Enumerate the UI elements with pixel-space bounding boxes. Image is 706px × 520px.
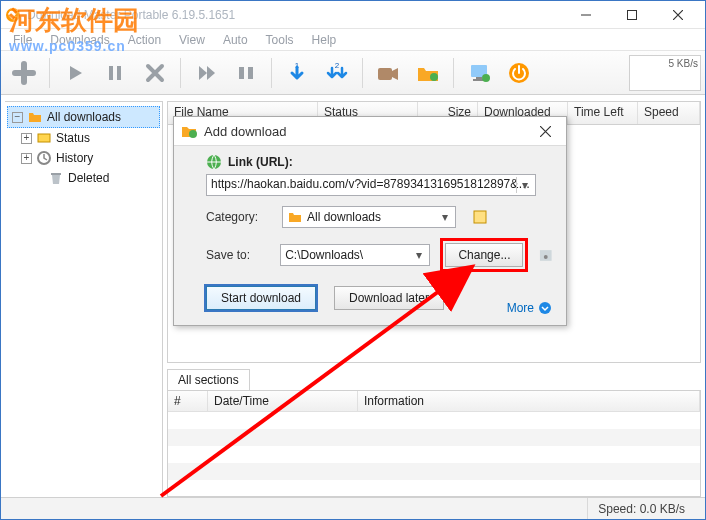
tab-all-sections[interactable]: All sections [167, 369, 250, 390]
app-window: 河东软件园 www.pc0359.cn Download Master Port… [0, 0, 706, 520]
tree-label: Status [56, 131, 90, 145]
tree-history[interactable]: + History [7, 148, 160, 168]
url-input[interactable]: https://haokan.baidu.com/v?vid=878934131… [206, 174, 536, 196]
sidebar: − All downloads + Status + History Delet… [5, 101, 163, 497]
svg-rect-1 [628, 10, 637, 19]
collapse-icon[interactable]: − [12, 112, 23, 123]
camera-icon[interactable] [371, 56, 405, 90]
status-speed: Speed: 0.0 KB/s [587, 498, 695, 519]
svg-rect-20 [474, 211, 486, 223]
status-icon [36, 130, 52, 146]
dialog-title-bar[interactable]: Add download [174, 117, 566, 146]
menu-bar: File Downloads Action View Auto Tools He… [1, 29, 705, 51]
table-row [168, 429, 700, 446]
category-label: Category: [206, 210, 272, 224]
more-label: More [507, 301, 534, 315]
svg-point-22 [544, 255, 548, 259]
add-download-button[interactable] [7, 56, 41, 90]
col-time-left[interactable]: Time Left [568, 102, 638, 124]
sections-body[interactable] [168, 412, 700, 496]
menu-help[interactable]: Help [304, 31, 345, 49]
network-button[interactable] [462, 56, 496, 90]
svg-point-9 [430, 73, 438, 81]
col-datetime[interactable]: Date/Time [208, 391, 358, 411]
start-download-button[interactable]: Start download [206, 286, 316, 310]
close-button[interactable] [655, 1, 701, 29]
toolbar: 1 2 5 KB/s [1, 51, 705, 95]
toolbar-sep [362, 58, 363, 88]
tree-status[interactable]: + Status [7, 128, 160, 148]
speed-graph: 5 KB/s [629, 55, 701, 91]
power-button[interactable] [502, 56, 536, 90]
svg-rect-3 [117, 66, 121, 80]
col-info[interactable]: Information [358, 391, 700, 411]
downloads-icon [27, 109, 43, 125]
category-row: Category: All downloads ▾ [206, 206, 554, 228]
tree-deleted[interactable]: Deleted [7, 168, 160, 188]
svg-point-18 [189, 130, 197, 138]
dialog-close-button[interactable] [530, 120, 560, 142]
toolbar-sep [453, 58, 454, 88]
svg-point-13 [482, 74, 490, 82]
maximize-button[interactable] [609, 1, 655, 29]
change-highlight: Change... [440, 238, 528, 272]
more-icon [538, 301, 552, 315]
window-title: Download Master Portable 6.19.5.1651 [27, 8, 563, 22]
sections-panel: All sections # Date/Time Information [167, 369, 701, 497]
more-link[interactable]: More [507, 301, 552, 315]
svg-rect-11 [476, 77, 482, 79]
save-to-value: C:\Downloads\ [285, 248, 363, 262]
tree-label: History [56, 151, 93, 165]
add-download-dialog: Add download Link (URL): https://haokan.… [173, 116, 567, 326]
category-settings-icon[interactable] [472, 209, 488, 225]
change-button[interactable]: Change... [445, 243, 523, 267]
svg-rect-2 [109, 66, 113, 80]
category-select[interactable]: All downloads ▾ [282, 206, 456, 228]
svg-rect-17 [51, 173, 61, 175]
menu-file[interactable]: File [5, 31, 40, 49]
save-to-row: Save to: C:\Downloads\ ▾ Change... [206, 238, 554, 272]
svg-rect-5 [248, 67, 253, 79]
toolbar-sep [49, 58, 50, 88]
dialog-footer: Start download Download later [206, 286, 554, 310]
menu-auto[interactable]: Auto [215, 31, 256, 49]
tree-label: All downloads [47, 110, 121, 124]
chevron-down-icon[interactable]: ▾ [411, 247, 427, 263]
history-icon [36, 150, 52, 166]
link-label: Link (URL): [228, 155, 293, 169]
expand-icon[interactable]: + [21, 153, 32, 164]
tree-all-downloads[interactable]: − All downloads [7, 106, 160, 128]
download-1-button[interactable]: 1 [280, 56, 314, 90]
pause-button[interactable] [98, 56, 132, 90]
dialog-title: Add download [204, 124, 530, 139]
globe-icon [206, 154, 222, 170]
chevron-down-icon[interactable]: ▾ [437, 209, 453, 225]
stop-all-button[interactable] [229, 56, 263, 90]
svg-rect-8 [378, 68, 392, 80]
menu-tools[interactable]: Tools [258, 31, 302, 49]
chevron-down-icon[interactable]: ▾ [516, 177, 533, 193]
expand-icon[interactable]: + [21, 133, 32, 144]
menu-downloads[interactable]: Downloads [42, 31, 117, 49]
link-label-row: Link (URL): [206, 154, 554, 170]
start-button[interactable] [58, 56, 92, 90]
folder-button[interactable] [411, 56, 445, 90]
trash-icon [48, 170, 64, 186]
dialog-body: Link (URL): https://haokan.baidu.com/v?v… [174, 146, 566, 316]
url-value: https://haokan.baidu.com/v?vid=878934131… [211, 177, 536, 191]
col-speed[interactable]: Speed [638, 102, 700, 124]
menu-view[interactable]: View [171, 31, 213, 49]
save-to-select[interactable]: C:\Downloads\ ▾ [280, 244, 430, 266]
app-icon [5, 7, 21, 23]
minimize-button[interactable] [563, 1, 609, 29]
start-all-button[interactable] [189, 56, 223, 90]
downloads-icon [287, 209, 303, 225]
menu-action[interactable]: Action [120, 31, 169, 49]
download-later-button[interactable]: Download later [334, 286, 444, 310]
disk-icon[interactable] [538, 247, 554, 263]
stop-button[interactable] [138, 56, 172, 90]
download-2-button[interactable]: 2 [320, 56, 354, 90]
svg-point-23 [539, 302, 551, 314]
col-num[interactable]: # [168, 391, 208, 411]
toolbar-sep [180, 58, 181, 88]
